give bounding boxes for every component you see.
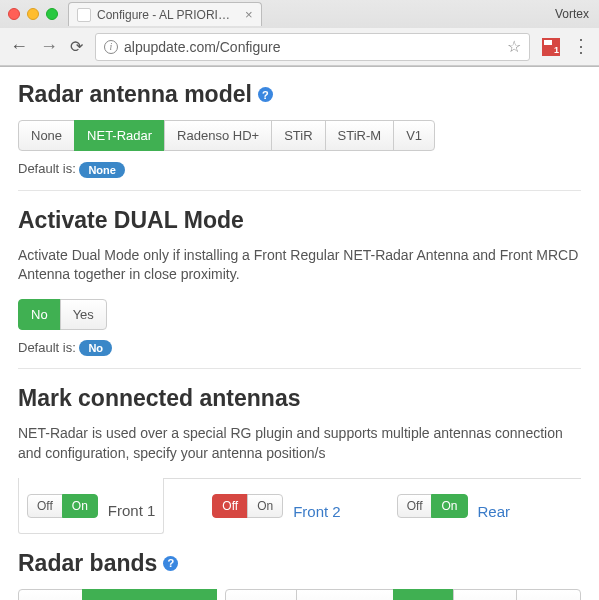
back-button[interactable]: ←: [10, 36, 28, 57]
section-heading-radar-model: Radar antenna model ?: [18, 81, 581, 108]
radar-model-selector: None NET-Radar Radenso HD+ STiR STiR-M V…: [18, 120, 435, 151]
reload-button[interactable]: ⟳: [70, 37, 83, 56]
url-text: alpupdate.com/Configure: [124, 39, 280, 55]
section-heading-antennas: Mark connected antennas: [18, 385, 581, 412]
band-k-traffic[interactable]: K-Traffic filter: [296, 589, 394, 601]
antenna-rear: Off On Rear: [389, 489, 518, 533]
default-label: Default is: None: [18, 161, 581, 178]
front2-label[interactable]: Front 2: [293, 503, 341, 520]
antennas-description: NET-Radar is used over a special RG plug…: [18, 424, 581, 463]
option-radenso[interactable]: Radenso HD+: [164, 120, 272, 151]
antenna-front1: Off On Front 1: [18, 478, 164, 534]
band-k[interactable]: K band: [82, 589, 147, 601]
option-stir[interactable]: STiR: [271, 120, 325, 151]
rear-off-button[interactable]: Off: [397, 494, 433, 518]
band-k-pop[interactable]: K-POP: [453, 589, 517, 601]
dual-no-button[interactable]: No: [18, 299, 61, 330]
maximize-window-button[interactable]: [46, 8, 58, 20]
band-ka-pop[interactable]: KA-POP: [225, 589, 297, 601]
front2-on-button[interactable]: On: [247, 494, 283, 518]
radar-bands-selector: X band K band Ka band KA-POP K-Traffic f…: [18, 589, 581, 601]
close-window-button[interactable]: [8, 8, 20, 20]
favicon: [77, 8, 91, 22]
option-none[interactable]: None: [18, 120, 75, 151]
default-badge: None: [79, 162, 125, 178]
option-v1[interactable]: V1: [393, 120, 435, 151]
band-ka[interactable]: Ka band: [145, 589, 216, 601]
front1-on-button[interactable]: On: [62, 494, 98, 518]
dual-mode-description: Activate Dual Mode only if installing a …: [18, 246, 581, 285]
band-mrcd[interactable]: MRCD: [516, 589, 581, 601]
rear-label[interactable]: Rear: [478, 503, 511, 520]
default-badge: No: [79, 340, 112, 356]
profile-name[interactable]: Vortex: [555, 7, 589, 21]
option-net-radar[interactable]: NET-Radar: [74, 120, 165, 151]
band-x[interactable]: X band: [18, 589, 83, 601]
front1-label: Front 1: [108, 502, 156, 519]
extension-icon[interactable]: 1: [542, 38, 560, 56]
option-stir-m[interactable]: STiR-M: [325, 120, 395, 151]
browser-tab[interactable]: Configure - AL PRIORITY® Firm ×: [68, 2, 262, 26]
tab-title: Configure - AL PRIORITY® Firm: [97, 8, 237, 22]
help-icon[interactable]: ?: [163, 556, 178, 571]
forward-button: →: [40, 36, 58, 57]
close-tab-icon[interactable]: ×: [245, 7, 253, 22]
bookmark-star-icon[interactable]: ☆: [507, 37, 521, 56]
front1-off-button[interactable]: Off: [27, 494, 63, 518]
section-heading-radar-bands: Radar bands ?: [18, 550, 581, 577]
chrome-menu-icon[interactable]: ⋮: [572, 44, 589, 49]
site-info-icon[interactable]: i: [104, 40, 118, 54]
band-k-filter[interactable]: K-filter: [393, 589, 454, 601]
help-icon[interactable]: ?: [258, 87, 273, 102]
window-titlebar: Configure - AL PRIORITY® Firm × Vortex: [0, 0, 599, 28]
minimize-window-button[interactable]: [27, 8, 39, 20]
dual-mode-toggle: No Yes: [18, 299, 107, 330]
dual-yes-button[interactable]: Yes: [60, 299, 107, 330]
rear-on-button[interactable]: On: [431, 494, 467, 518]
antenna-front2: Off On Front 2: [204, 489, 348, 533]
default-label: Default is: No: [18, 340, 581, 357]
divider: [18, 368, 581, 369]
section-heading-dual-mode: Activate DUAL Mode: [18, 207, 581, 234]
address-bar[interactable]: i alpupdate.com/Configure ☆: [95, 33, 530, 61]
antenna-positions: Off On Front 1 Off On Front 2 Off On Rea…: [18, 478, 581, 550]
front2-off-button[interactable]: Off: [212, 494, 248, 518]
divider: [18, 190, 581, 191]
